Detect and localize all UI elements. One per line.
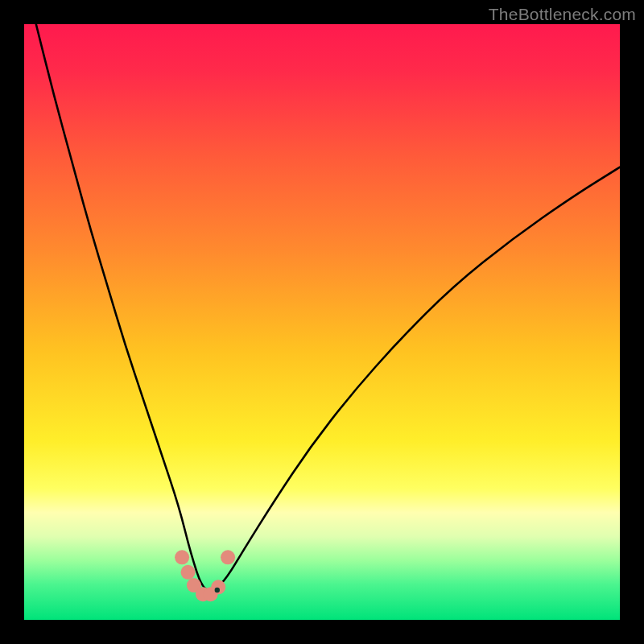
chart-frame: TheBottleneck.com (0, 0, 644, 644)
watermark-text: TheBottleneck.com (489, 5, 636, 24)
pink-dot (181, 565, 196, 580)
optimum-marker (215, 588, 220, 592)
pink-dot (175, 550, 189, 564)
plot-background (24, 24, 620, 620)
pink-dot (221, 550, 235, 564)
bottleneck-chart (24, 24, 620, 620)
